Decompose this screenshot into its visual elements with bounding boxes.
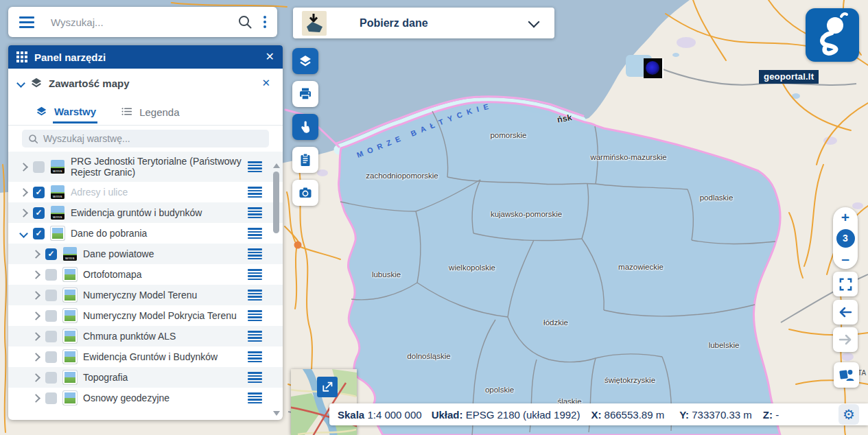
layer-checkbox[interactable] <box>45 351 57 363</box>
tab-warstwy[interactable]: Warstwy <box>36 97 97 125</box>
layer-checkbox[interactable] <box>33 187 45 198</box>
expand-chevron-icon[interactable] <box>32 373 40 382</box>
layer-row[interactable]: Adresy i ulice <box>8 182 283 202</box>
layer-menu-icon[interactable] <box>248 372 262 383</box>
layer-row[interactable]: Osnowy geodezyjne <box>8 388 283 408</box>
z-coordinate-readout: Z: - <box>763 409 779 421</box>
layer-checkbox[interactable] <box>45 290 57 301</box>
expand-chevron-icon[interactable] <box>19 209 28 217</box>
fullscreen-icon <box>838 277 853 292</box>
panel-close-icon[interactable]: ✕ <box>266 51 274 62</box>
layer-checkbox[interactable] <box>33 161 45 173</box>
layer-checkbox[interactable] <box>45 269 57 281</box>
search-input[interactable]: Wyszukaj... <box>51 16 237 28</box>
search-bar[interactable]: Wyszukaj... <box>8 7 277 37</box>
map-content-section: Zawartość mapy ✕ <box>8 69 283 97</box>
expand-chevron-icon[interactable] <box>32 311 40 320</box>
screenshot-tool-button[interactable] <box>292 180 318 206</box>
tab-legenda[interactable]: Legenda <box>121 97 180 125</box>
expand-chevron-icon[interactable] <box>19 188 28 197</box>
layer-menu-icon[interactable] <box>248 269 262 280</box>
history-forward-button[interactable] <box>833 327 858 352</box>
fullscreen-button[interactable] <box>833 272 858 296</box>
y-coordinate-readout: Y: 733370.33 m <box>679 409 752 421</box>
layer-checkbox[interactable] <box>33 207 45 219</box>
download-data-icon <box>302 11 327 36</box>
layer-menu-icon[interactable] <box>248 310 262 321</box>
layers-tool-button[interactable] <box>292 48 318 74</box>
scroll-down-icon[interactable] <box>273 411 280 416</box>
geoportal-logo[interactable] <box>806 8 859 62</box>
clipboard-icon <box>298 153 312 167</box>
section-close-icon[interactable]: ✕ <box>261 77 273 89</box>
more-options-icon[interactable] <box>259 14 270 30</box>
layer-checkbox[interactable] <box>33 228 45 239</box>
layer-type-icon <box>51 160 64 174</box>
layer-menu-icon[interactable] <box>248 331 262 342</box>
statusbar-settings-button[interactable]: ⚙ <box>838 404 859 425</box>
search-icon[interactable] <box>237 14 253 30</box>
layer-row[interactable]: Ewidencja Gruntów i Budynków <box>8 346 283 367</box>
layer-checkbox[interactable] <box>45 248 57 260</box>
panel-header: Panel narzędzi ✕ <box>8 45 283 69</box>
zoom-out-button[interactable]: – <box>841 252 849 266</box>
open-minimap-button[interactable] <box>317 377 338 397</box>
chevron-down-icon[interactable] <box>16 79 25 88</box>
layer-menu-icon[interactable] <box>248 207 262 218</box>
layer-row[interactable]: Chmura punktów ALS <box>8 326 283 346</box>
layer-row[interactable]: Numeryczny Model Terenu <box>8 285 283 305</box>
download-data-button[interactable]: Pobierz dane <box>293 8 554 38</box>
layer-label: Topografia <box>83 371 242 384</box>
expand-chevron-icon[interactable] <box>32 250 40 259</box>
panel-scrollbar[interactable] <box>272 163 281 416</box>
layer-type-icon <box>63 329 77 343</box>
layer-row[interactable]: Numeryczny Model Pokrycia Terenu <box>8 305 283 326</box>
layer-menu-icon[interactable] <box>248 228 262 239</box>
grid-icon <box>16 51 27 62</box>
layer-menu-icon[interactable] <box>248 187 262 198</box>
layer-row[interactable]: Dane do pobrania <box>8 223 283 244</box>
clipboard-tool-button[interactable] <box>292 147 318 173</box>
layer-menu-icon[interactable] <box>248 392 262 403</box>
layer-type-icon <box>51 206 64 220</box>
user-panel-icon <box>838 367 854 383</box>
menu-icon[interactable] <box>19 16 34 28</box>
expand-chevron-icon[interactable] <box>32 291 40 300</box>
expand-chevron-icon[interactable] <box>32 353 40 362</box>
berlin-city-blob <box>294 242 302 249</box>
user-panel-button[interactable] <box>834 362 859 388</box>
layer-menu-icon[interactable] <box>248 161 262 172</box>
layer-checkbox[interactable] <box>45 331 57 342</box>
layer-row[interactable]: Ewidencja gruntów i budynków <box>8 202 283 223</box>
scrollbar-thumb[interactable] <box>273 172 279 233</box>
geoportal-lt-watermark: geoportal.lt <box>759 70 819 84</box>
layer-checkbox[interactable] <box>45 310 57 322</box>
select-tool-button[interactable] <box>292 114 318 140</box>
section-title: Zawartość mapy <box>49 78 255 89</box>
layer-checkbox[interactable] <box>45 392 57 404</box>
expand-chevron-icon[interactable] <box>32 394 40 403</box>
layer-row[interactable]: Topografia <box>8 367 283 388</box>
layer-row[interactable]: Ortofotomapa <box>8 264 283 285</box>
layer-search-input[interactable]: Wyszukaj warstwę... <box>22 130 269 148</box>
layer-label: PRG Jednostki Terytorialne (Państwowy Re… <box>71 154 242 179</box>
layer-search-placeholder: Wyszukaj warstwę... <box>43 133 130 144</box>
layer-label: Ewidencja Gruntów i Budynków <box>83 350 242 364</box>
expand-chevron-icon[interactable] <box>32 270 40 279</box>
layer-checkbox[interactable] <box>45 372 57 384</box>
expand-chevron-icon[interactable] <box>19 229 28 238</box>
scroll-up-icon[interactable] <box>273 163 280 168</box>
layer-type-icon <box>63 288 77 302</box>
print-tool-button[interactable] <box>292 81 318 107</box>
history-back-button[interactable] <box>833 300 858 325</box>
status-bar: Skala 1:4 000 000 Układ: EPSG 2180 (ukła… <box>329 403 868 425</box>
layer-menu-icon[interactable] <box>248 290 262 301</box>
layer-row[interactable]: Dane powiatowe <box>8 244 283 264</box>
layer-menu-icon[interactable] <box>248 248 262 259</box>
expand-chevron-icon[interactable] <box>32 332 40 341</box>
layer-menu-icon[interactable] <box>248 351 262 362</box>
legend-list-icon <box>121 106 132 117</box>
expand-chevron-icon[interactable] <box>19 163 28 172</box>
zoom-in-button[interactable]: + <box>841 211 849 224</box>
layer-row[interactable]: PRG Jednostki Terytorialne (Państwowy Re… <box>8 152 283 182</box>
